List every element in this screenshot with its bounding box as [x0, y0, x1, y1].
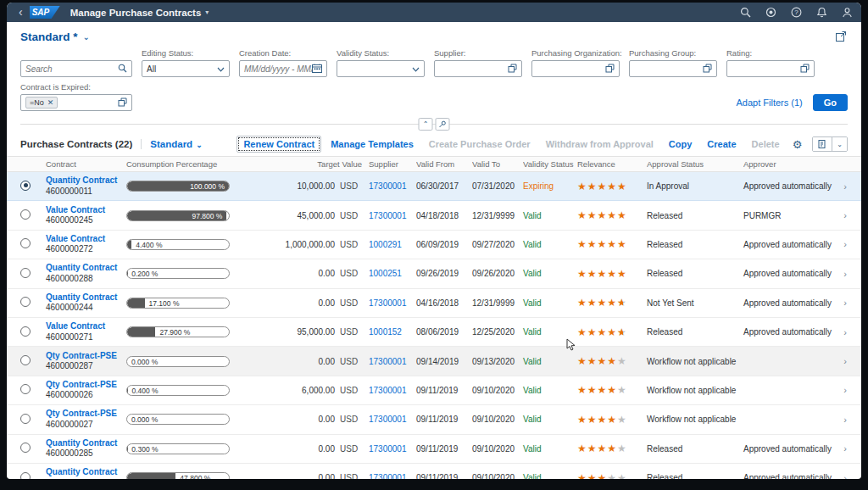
row-select-cell[interactable] — [20, 384, 46, 396]
contract-type-link[interactable]: Quantity Contract — [46, 292, 126, 303]
supplier-link[interactable]: 17300001 — [369, 415, 407, 424]
column-header-approval-status[interactable]: Approval Status — [647, 159, 743, 169]
row-nav-cell[interactable]: › — [835, 327, 847, 337]
value-help-icon[interactable] — [508, 64, 517, 75]
table-row[interactable]: Quantity Contract46000002880.200 %0.00US… — [7, 259, 861, 288]
column-header-target-value[interactable]: Target Value — [270, 159, 369, 169]
collapse-header-button[interactable]: ⌃ — [419, 118, 433, 131]
value-help-icon[interactable] — [605, 64, 615, 75]
row-chevron-right-icon[interactable]: › — [835, 327, 847, 337]
row-radio[interactable] — [20, 238, 31, 248]
supplier-link[interactable]: 17300001 — [369, 181, 407, 191]
filter-field-input[interactable] — [629, 60, 717, 77]
contract-type-link[interactable]: Qty Contract-PSE — [46, 380, 126, 391]
row-select-cell[interactable] — [20, 355, 46, 367]
row-nav-cell[interactable]: › — [835, 356, 847, 366]
contract-type-link[interactable]: Quantity Contract — [46, 175, 126, 187]
row-radio[interactable] — [20, 297, 31, 307]
supplier-link[interactable]: 1000152 — [369, 327, 402, 337]
row-select-cell[interactable] — [20, 209, 46, 221]
row-nav-cell[interactable]: › — [835, 415, 847, 425]
column-header-consumption-percentage[interactable]: Consumption Percentage — [126, 159, 270, 169]
chevron-down-icon[interactable] — [217, 64, 225, 74]
contract-type-link[interactable]: Quantity Contract — [46, 438, 126, 449]
adapt-filters-button[interactable]: Adapt Filters (1) — [736, 97, 802, 108]
back-icon[interactable]: ‹ — [15, 6, 30, 19]
row-chevron-right-icon[interactable]: › — [835, 269, 847, 279]
go-button[interactable]: Go — [813, 94, 848, 111]
table-row[interactable]: Qty Contract-PSE46000000270.000 %0.00USD… — [7, 405, 861, 434]
supplier-link[interactable]: 17300001 — [369, 298, 407, 308]
supplier-link[interactable]: 17300001 — [369, 444, 407, 454]
row-chevron-right-icon[interactable]: › — [835, 181, 847, 192]
row-nav-cell[interactable]: › — [835, 443, 847, 454]
row-chevron-right-icon[interactable]: › — [835, 385, 847, 395]
row-chevron-right-icon[interactable]: › — [835, 210, 847, 220]
calendar-icon[interactable] — [312, 64, 322, 75]
value-help-icon[interactable] — [800, 64, 810, 75]
app-title[interactable]: Manage Purchase Contracts — [70, 8, 202, 18]
column-header-supplier[interactable]: Supplier — [369, 159, 416, 169]
filter-field-input[interactable] — [434, 60, 522, 77]
row-radio[interactable] — [20, 181, 31, 191]
row-radio[interactable] — [20, 443, 31, 453]
row-select-cell[interactable] — [20, 238, 46, 250]
copilot-icon[interactable] — [765, 7, 776, 19]
row-select-cell[interactable] — [20, 472, 46, 479]
contract-type-link[interactable]: Quantity Contract — [46, 467, 126, 478]
copy-button[interactable]: Copy — [663, 136, 698, 152]
search-icon[interactable] — [739, 7, 751, 19]
share-icon[interactable] — [834, 30, 848, 43]
supplier-link[interactable]: 17300001 — [369, 386, 407, 395]
table-row[interactable]: Value Contract460000024597.800 %45,000.0… — [7, 201, 861, 230]
contract-type-link[interactable]: Value Contract — [46, 321, 126, 332]
filter-field-input[interactable] — [337, 60, 425, 77]
row-radio[interactable] — [20, 472, 31, 479]
variant-title[interactable]: Standard * — [20, 31, 78, 43]
profile-icon[interactable] — [841, 7, 853, 19]
row-nav-cell[interactable]: › — [835, 385, 847, 395]
manage-templates-button[interactable]: Manage Templates — [325, 136, 420, 152]
table-row[interactable]: Quantity Contract460000028447.800 %0.00U… — [7, 464, 861, 479]
row-select-cell[interactable] — [20, 268, 46, 280]
chevron-down-icon[interactable] — [412, 64, 420, 74]
row-radio[interactable] — [20, 355, 31, 365]
column-header-approver[interactable]: Approver — [743, 159, 835, 169]
app-title-chevron-down-icon[interactable]: ▾ — [205, 8, 209, 16]
row-radio[interactable] — [20, 414, 31, 424]
column-header-valid-to[interactable]: Valid To — [472, 159, 523, 169]
contract-type-link[interactable]: Qty Contract-PSE — [46, 409, 126, 420]
table-row[interactable]: Qty Contract-PSE46000000260.400 %6,000.0… — [7, 376, 861, 405]
expired-filter-input[interactable]: =No✕ — [20, 94, 132, 111]
filter-field-input[interactable] — [531, 60, 620, 77]
value-help-icon[interactable] — [118, 97, 127, 109]
table-row[interactable]: Value Contract460000027127.900 %95,000.0… — [7, 318, 861, 347]
supplier-link[interactable]: 1000291 — [369, 240, 402, 249]
notifications-icon[interactable] — [815, 7, 827, 19]
row-select-cell[interactable] — [20, 326, 46, 338]
row-chevron-right-icon[interactable]: › — [835, 356, 847, 366]
row-chevron-right-icon[interactable]: › — [835, 473, 847, 479]
row-nav-cell[interactable]: › — [835, 181, 847, 192]
export-icon[interactable] — [813, 137, 832, 151]
row-chevron-right-icon[interactable]: › — [835, 415, 847, 425]
filter-field-input[interactable]: MM/dd/yyyy - MM/dd/yyyy — [239, 60, 327, 77]
row-chevron-right-icon[interactable]: › — [835, 298, 847, 308]
supplier-link[interactable]: 1000251 — [369, 269, 402, 278]
row-select-cell[interactable] — [20, 181, 46, 192]
create-button[interactable]: Create — [701, 136, 742, 152]
contract-type-link[interactable]: Quantity Contract — [46, 263, 126, 274]
supplier-link[interactable]: 17300001 — [369, 357, 407, 366]
sap-logo[interactable]: SAP — [30, 6, 60, 19]
column-header-relevance[interactable]: Relevance — [577, 159, 647, 169]
row-nav-cell[interactable]: › — [835, 210, 847, 220]
search-icon[interactable] — [118, 64, 127, 75]
table-row[interactable]: Quantity Contract4600000011100.000 %10,0… — [7, 172, 861, 201]
contract-type-link[interactable]: Qty Contract-PSE — [46, 351, 126, 362]
row-select-cell[interactable] — [20, 414, 46, 426]
row-nav-cell[interactable]: › — [835, 473, 847, 479]
contract-type-link[interactable]: Value Contract — [46, 205, 126, 216]
table-row[interactable]: Quantity Contract460000024417.100 %0.00U… — [7, 289, 861, 318]
row-select-cell[interactable] — [20, 443, 46, 454]
row-radio[interactable] — [20, 326, 31, 337]
